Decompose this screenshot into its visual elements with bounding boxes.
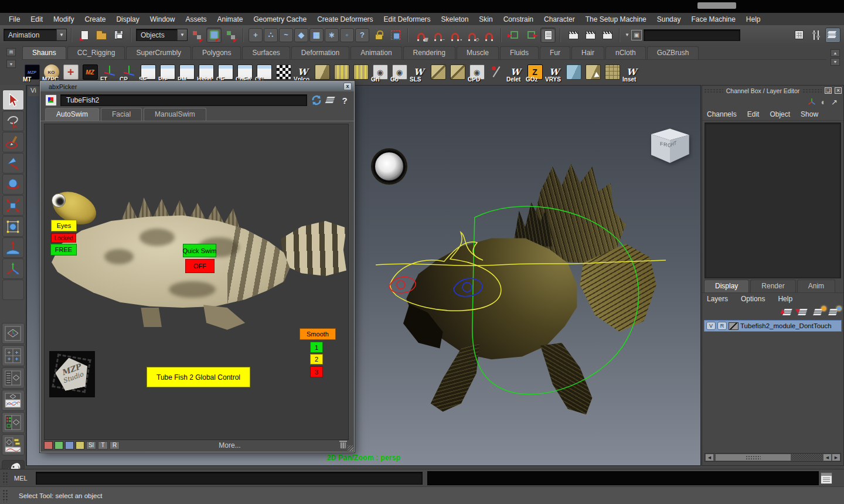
fish-model[interactable] bbox=[373, 150, 678, 425]
character-icon[interactable] bbox=[45, 94, 57, 106]
display-layer-row[interactable]: V R Tubefish2_module_DontTouch bbox=[704, 320, 842, 332]
smooth-2-button[interactable]: 2 bbox=[310, 354, 323, 365]
shelf-tab[interactable]: nCloth bbox=[605, 46, 646, 59]
universal-manipulator-tool-button[interactable] bbox=[2, 216, 24, 237]
yellow-swatch-button[interactable] bbox=[76, 441, 84, 449]
move-layer-down-icon[interactable] bbox=[798, 308, 808, 316]
shelf-item[interactable]: W VpIco bbox=[293, 61, 312, 83]
manipulator-icon[interactable] bbox=[808, 98, 816, 106]
window-resize-grip[interactable] bbox=[348, 445, 353, 451]
select-tool-button[interactable] bbox=[2, 90, 24, 110]
shelf-item[interactable]: FT bbox=[100, 61, 119, 83]
channel-box-menu-item[interactable]: Show bbox=[801, 109, 824, 120]
layer-editor-tab[interactable]: Display bbox=[704, 280, 749, 292]
more-button[interactable]: More... bbox=[121, 441, 338, 449]
shelf-item[interactable]: W Delet bbox=[506, 61, 525, 83]
rotate-mode-button[interactable]: R bbox=[110, 441, 120, 449]
persp-hypershade-layout-button[interactable] bbox=[2, 434, 25, 455]
menu-item[interactable]: Skeleton bbox=[436, 13, 474, 25]
shelf-item[interactable]: W VRYS bbox=[544, 61, 564, 83]
chevron-down-icon[interactable]: ▼ bbox=[177, 29, 187, 40]
new-scene-button[interactable] bbox=[77, 28, 92, 43]
quick-swim-button[interactable]: Quick Swim bbox=[183, 244, 216, 257]
menu-item[interactable]: Help bbox=[741, 13, 766, 25]
menu-item[interactable]: Display bbox=[111, 13, 144, 25]
menu-item[interactable]: Animate bbox=[212, 13, 248, 25]
shelf-item[interactable]: + bbox=[61, 61, 80, 83]
abxpicker-close-button[interactable]: x bbox=[343, 83, 352, 90]
input-connections-button[interactable] bbox=[506, 28, 522, 43]
layer-editor-menu-item[interactable]: Layers bbox=[707, 295, 728, 303]
layer-editor-tab[interactable]: Render bbox=[750, 280, 795, 292]
toggle-attribute-editor-button[interactable] bbox=[825, 28, 840, 43]
abxpicker-window[interactable]: abxPicker x TubeFish2 ? AutoSwimFacialMa… bbox=[40, 81, 355, 452]
shelf-scroll-up-button[interactable]: ▲ bbox=[831, 49, 840, 57]
layer-visibility-toggle[interactable]: V bbox=[706, 322, 716, 330]
save-scene-button[interactable] bbox=[111, 28, 126, 43]
new-layer-from-selected-icon[interactable] bbox=[828, 308, 839, 316]
speed-state-icon[interactable]: ◐ bbox=[821, 98, 826, 106]
help-icon[interactable]: ? bbox=[340, 96, 349, 105]
shelf-item[interactable] bbox=[428, 61, 448, 83]
layer-editor-menu-item[interactable]: Help bbox=[778, 295, 792, 303]
shelf-tab[interactable]: Animation bbox=[350, 46, 401, 59]
layer-render-toggle[interactable]: R bbox=[717, 322, 727, 330]
trash-icon[interactable] bbox=[340, 442, 346, 449]
menu-item[interactable]: Create Deformers bbox=[312, 13, 378, 25]
select-misc-icon[interactable]: ? bbox=[355, 28, 369, 42]
free-button[interactable]: FREE bbox=[50, 244, 77, 256]
shelf-item[interactable]: MZ bbox=[80, 61, 100, 83]
four-pane-layout-button[interactable] bbox=[2, 345, 25, 366]
menu-item[interactable]: Edit bbox=[25, 13, 48, 25]
snap-grid-button[interactable]: ▦ bbox=[413, 28, 428, 43]
shelf-item[interactable]: Pre bbox=[158, 61, 177, 83]
viewport-menu-clipped[interactable]: Vi bbox=[28, 87, 40, 96]
mel-input-field[interactable] bbox=[36, 472, 423, 485]
abxpicker-tab[interactable]: ManualSwim bbox=[144, 108, 206, 121]
snap-plane-button[interactable]: ◇ bbox=[464, 28, 479, 43]
shelf-tab[interactable]: Fluids bbox=[500, 46, 539, 59]
menu-item[interactable]: The Setup Machine bbox=[580, 13, 652, 25]
shelf-item[interactable]: CE bbox=[216, 61, 235, 83]
channel-box-titlebar[interactable]: Channel Box / Layer Editor ❏ ✕ bbox=[702, 86, 843, 96]
field-mode-chevron[interactable]: ▼ bbox=[625, 32, 629, 38]
menu-item[interactable]: Window bbox=[145, 13, 181, 25]
toggle-channel-box-button[interactable] bbox=[791, 28, 806, 43]
ipr-render-button[interactable] bbox=[600, 28, 615, 43]
construction-history-button[interactable] bbox=[540, 28, 556, 43]
menu-item[interactable]: Character bbox=[539, 13, 580, 25]
shelf-item[interactable] bbox=[486, 61, 506, 83]
character-name-field[interactable]: TubeFish2 bbox=[60, 94, 307, 106]
off-button[interactable]: OFF bbox=[185, 259, 215, 273]
script-editor-icon[interactable] bbox=[821, 472, 832, 484]
eyes-button[interactable]: Eyes bbox=[51, 220, 77, 231]
lasso-select-tool-button[interactable] bbox=[2, 111, 24, 131]
select-points-icon[interactable]: ∴ bbox=[264, 28, 278, 42]
refresh-icon[interactable] bbox=[311, 94, 322, 106]
output-connections-button[interactable] bbox=[523, 28, 539, 43]
select-hierarchy-button[interactable] bbox=[189, 28, 205, 43]
global-control-button[interactable]: Tube Fish 2 Global Control bbox=[147, 367, 250, 387]
highlight-selection-button[interactable] bbox=[388, 28, 403, 43]
select-hulls-icon[interactable]: ▦ bbox=[309, 28, 324, 42]
shelf-tab[interactable]: Shauns bbox=[22, 46, 66, 59]
snap-curve-button[interactable]: ~ bbox=[430, 28, 445, 43]
red-swatch-button[interactable] bbox=[44, 441, 53, 449]
soft-modification-tool-button[interactable] bbox=[2, 237, 24, 258]
shelf-item[interactable]: W SLS bbox=[409, 61, 428, 83]
select-by-name-icon[interactable]: ▣ bbox=[631, 30, 642, 40]
menu-item[interactable]: Create bbox=[79, 13, 111, 25]
scale-tool-button[interactable] bbox=[2, 195, 24, 216]
selection-mask-selector[interactable]: Objects▼ bbox=[136, 29, 188, 41]
smooth-1-button[interactable]: 1 bbox=[310, 342, 323, 353]
shelf-item[interactable] bbox=[351, 61, 370, 83]
green-swatch-button[interactable] bbox=[55, 441, 63, 449]
shelf-item[interactable] bbox=[312, 61, 332, 83]
scroll-left-button-2[interactable]: ◀ bbox=[823, 454, 832, 461]
shelf-tab[interactable]: Hair bbox=[571, 46, 604, 59]
shelf-item[interactable]: ◉ Gri bbox=[370, 61, 390, 83]
menu-item[interactable]: Edit Deformers bbox=[379, 13, 436, 25]
select-curves-icon[interactable]: ~ bbox=[279, 28, 293, 42]
shelf-tab[interactable]: Surfaces bbox=[242, 46, 290, 59]
show-manipulator-tool-button[interactable] bbox=[2, 258, 24, 279]
